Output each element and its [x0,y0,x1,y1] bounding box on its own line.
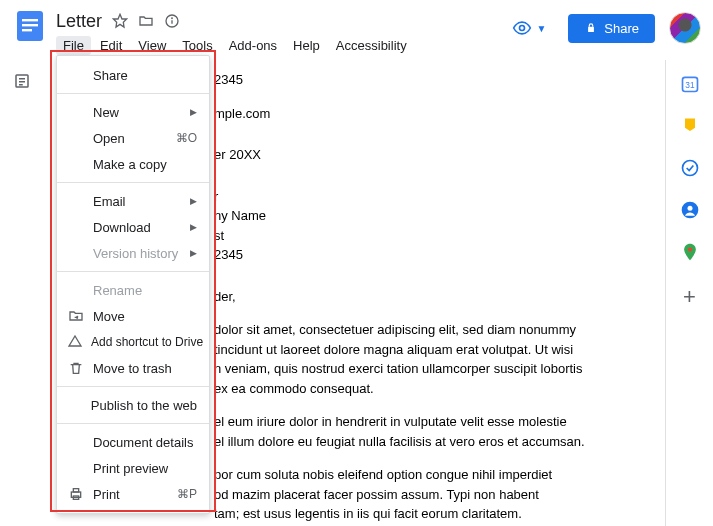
star-icon[interactable] [112,13,128,29]
keep-icon[interactable] [680,116,700,136]
menu-rename: Rename [57,277,209,303]
svg-point-8 [520,26,525,31]
svg-text:31: 31 [685,80,695,90]
doc-line: n veniam, quis nostrud exerci tation ull… [214,359,625,379]
doc-line: er 20XX [214,145,625,165]
doc-line: od mazim placerat facer possim assum. Ty… [214,485,625,505]
menu-addons[interactable]: Add-ons [222,36,284,55]
add-icon[interactable]: + [683,284,696,310]
doc-line: ny Name [214,206,625,226]
menu-document-details[interactable]: Document details [57,429,209,455]
doc-line: dolor sit amet, consectetuer adipiscing … [214,320,625,340]
menu-make-copy[interactable]: Make a copy [57,151,209,177]
menu-print-preview[interactable]: Print preview [57,455,209,481]
doc-line: 2345 [214,245,625,265]
menu-move[interactable]: Move [57,303,209,329]
move-icon[interactable] [138,13,154,29]
drive-shortcut-icon [67,334,83,350]
svg-point-18 [687,206,692,211]
svg-marker-4 [113,14,126,27]
doc-line: tincidunt ut laoreet dolore magna aliqua… [214,340,625,360]
doc-title[interactable]: Letter [56,11,102,32]
doc-line: st [214,226,625,246]
outline-icon[interactable] [13,72,31,93]
visibility-button[interactable]: ▼ [504,12,554,44]
menu-edit[interactable]: Edit [93,36,129,55]
svg-rect-21 [73,489,78,492]
tasks-icon[interactable] [680,158,700,178]
svg-rect-9 [588,27,594,32]
doc-line: el eum iriure dolor in hendrerit in vulp… [214,412,625,432]
calendar-icon[interactable]: 31 [680,74,700,94]
doc-line: por cum soluta nobis eleifend option con… [214,465,625,485]
avatar[interactable] [669,12,701,44]
menu-print[interactable]: Print⌘P [57,481,209,507]
svg-point-16 [682,161,697,176]
svg-rect-3 [22,29,32,31]
menu-download[interactable]: Download▶ [57,214,209,240]
doc-line: der, [214,287,625,307]
submenu-arrow-icon: ▶ [190,248,197,258]
menu-accessibility[interactable]: Accessibility [329,36,414,55]
contacts-icon[interactable] [680,200,700,220]
submenu-arrow-icon: ▶ [190,196,197,206]
doc-line: tam; est usus legentis in iis qui facit … [214,504,625,524]
doc-line: ex ea commodo consequat. [214,379,625,399]
menu-version-history[interactable]: Version history▶ [57,240,209,266]
menubar: File Edit View Tools Add-ons Help Access… [56,36,504,55]
file-menu-dropdown: Share New▶ Open⌘O Make a copy Email▶ Dow… [56,55,210,514]
doc-line: 2345 [214,70,625,90]
maps-icon[interactable] [680,242,700,262]
menu-add-shortcut[interactable]: Add shortcut to Drive [57,329,209,355]
trash-icon [67,360,85,376]
svg-rect-2 [22,24,38,26]
info-icon[interactable] [164,13,180,29]
menu-share[interactable]: Share [57,62,209,88]
folder-move-icon [67,308,85,324]
menu-publish[interactable]: Publish to the web [57,392,209,418]
doc-line: r [214,187,625,207]
menu-file[interactable]: File [56,36,91,55]
submenu-arrow-icon: ▶ [190,222,197,232]
svg-point-7 [172,18,173,19]
menu-open[interactable]: Open⌘O [57,125,209,151]
doc-line: mple.com [214,104,625,124]
svg-point-19 [687,247,691,251]
menu-move-to-trash[interactable]: Move to trash [57,355,209,381]
docs-logo[interactable] [12,8,48,44]
menu-tools[interactable]: Tools [175,36,219,55]
menu-view[interactable]: View [131,36,173,55]
share-button-label: Share [604,21,639,36]
menu-email[interactable]: Email▶ [57,188,209,214]
menu-help[interactable]: Help [286,36,327,55]
menu-new[interactable]: New▶ [57,99,209,125]
print-icon [67,486,85,502]
share-button[interactable]: Share [568,14,655,43]
submenu-arrow-icon: ▶ [190,107,197,117]
svg-rect-1 [22,19,38,21]
chevron-down-icon: ▼ [536,23,546,34]
doc-line: el illum dolore eu feugiat nulla facilis… [214,432,625,452]
